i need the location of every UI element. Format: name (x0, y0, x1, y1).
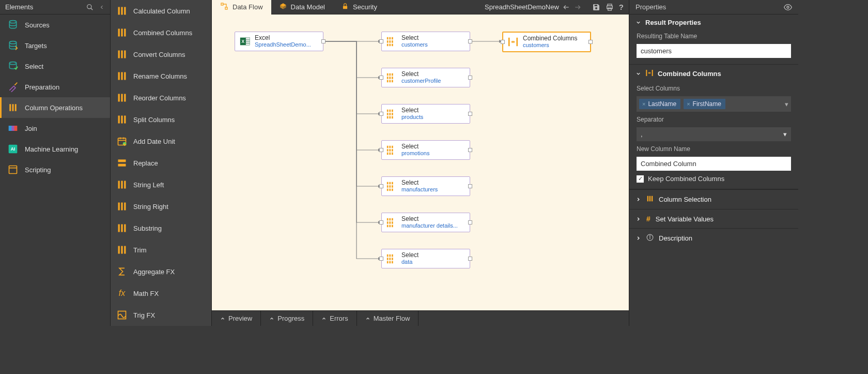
operation-rename-columns[interactable]: Rename Columns (111, 65, 211, 87)
output-port[interactable] (321, 39, 326, 43)
category-join[interactable]: Join (0, 118, 110, 139)
node-combined-columns[interactable]: Combined Columns customers (502, 32, 591, 52)
category-column-operations[interactable]: Column Operations (0, 97, 110, 118)
bottom-tab-preview[interactable]: Preview (212, 311, 261, 326)
save-icon[interactable] (592, 3, 600, 11)
input-port[interactable] (379, 39, 383, 43)
input-port[interactable] (379, 76, 383, 80)
category-select[interactable]: Select (0, 56, 110, 77)
svg-line-1 (91, 8, 93, 10)
op-label: String Right (133, 203, 168, 211)
category-preparation[interactable]: Preparation (0, 77, 110, 97)
keep-columns-checkbox[interactable]: ✓ (637, 175, 644, 183)
operation-convert-columns[interactable]: Convert Columns (111, 43, 211, 65)
node-select-promotions[interactable]: Selectpromotions (381, 140, 470, 160)
svg-rect-140 (516, 38, 518, 47)
category-sources[interactable]: Sources (0, 14, 110, 35)
properties-panel: Properties Result Properties Resulting T… (629, 0, 798, 326)
operation-trig-fx[interactable]: Trig FX (111, 304, 211, 326)
section-set-variable-values[interactable]: # Set Variable Values (629, 209, 798, 228)
separator-select[interactable]: , ▾ (637, 127, 791, 141)
bottom-tab-master-flow[interactable]: Master Flow (357, 311, 419, 326)
remove-tag-icon[interactable]: × (642, 101, 645, 107)
remove-tag-icon[interactable]: × (687, 101, 690, 107)
operation-string-left[interactable]: String Left (111, 174, 211, 196)
svg-rect-145 (649, 196, 650, 202)
search-icon[interactable] (86, 4, 94, 11)
input-port[interactable] (379, 148, 383, 152)
operation-substring[interactable]: Substring (111, 217, 211, 239)
section-column-selection[interactable]: Column Selection (629, 189, 798, 209)
section-description[interactable]: Description (629, 228, 798, 248)
flow-canvas[interactable]: X Excel SpreadhSheetDemo... Selectcustom… (212, 14, 629, 310)
output-port[interactable] (588, 40, 593, 44)
output-port[interactable] (468, 220, 472, 225)
output-port[interactable] (468, 257, 472, 261)
input-port[interactable] (379, 112, 383, 116)
node-select-data[interactable]: Selectdata (381, 249, 470, 268)
bottom-tab-progress[interactable]: Progress (261, 311, 313, 326)
operation-combined-columns[interactable]: Combined Columns (111, 22, 211, 43)
output-port[interactable] (468, 184, 472, 188)
dropdown-caret-icon[interactable]: ▾ (785, 100, 788, 108)
section-result-properties[interactable]: Result Properties (629, 14, 798, 31)
new-column-input[interactable] (637, 157, 791, 171)
tab-label: Data Flow (233, 3, 263, 11)
node-select-manufacturers[interactable]: Selectmanufacturers (381, 176, 470, 196)
category-label: Column Operations (25, 104, 83, 112)
input-port[interactable] (501, 40, 505, 44)
svg-rect-95 (389, 110, 391, 112)
operation-trim[interactable]: Trim (111, 239, 211, 261)
bottom-tab-errors[interactable]: Errors (313, 311, 357, 326)
nav-forward-icon[interactable] (574, 4, 582, 11)
tab-security[interactable]: Security (333, 0, 385, 14)
output-port[interactable] (468, 39, 472, 43)
operation-calculated-column[interactable]: Calculated Column (111, 0, 211, 22)
operation-add-date-unit[interactable]: +Add Date Unit (111, 130, 211, 152)
node-select-customers[interactable]: Selectcustomers (381, 32, 470, 51)
svg-rect-76 (387, 37, 389, 40)
category-scripting[interactable]: Scripting (0, 159, 110, 180)
svg-rect-109 (387, 152, 389, 155)
output-port[interactable] (468, 76, 472, 80)
eye-icon[interactable] (784, 3, 792, 11)
tab-data-flow[interactable]: Data Flow (212, 0, 271, 14)
op-icon (116, 5, 128, 17)
operation-string-right[interactable]: String Right (111, 196, 211, 217)
input-port[interactable] (379, 257, 383, 261)
chevron-down-icon (636, 71, 641, 77)
input-port[interactable] (379, 184, 383, 188)
operation-replace[interactable]: Replace (111, 152, 211, 174)
help-icon[interactable]: ? (619, 3, 624, 11)
op-label: String Left (133, 181, 164, 189)
node-select-customerprofile[interactable]: SelectcustomerProfile (381, 68, 470, 87)
operation-reorder-columns[interactable]: Reorder Columns (111, 87, 211, 109)
input-port[interactable] (379, 220, 383, 225)
op-icon (116, 265, 128, 278)
output-port[interactable] (468, 112, 472, 116)
svg-rect-105 (392, 146, 393, 148)
node-select-manufacturerdetails[interactable]: Selectmanufacturer details... (381, 213, 470, 232)
category-targets[interactable]: Targets (0, 35, 110, 56)
section-combined-columns[interactable]: Combined Columns (629, 65, 798, 83)
collapse-left-icon[interactable] (99, 4, 105, 10)
nav-back-icon[interactable] (562, 4, 570, 11)
select-columns-input[interactable]: ×LastName ×FirstName ▾ (637, 96, 791, 112)
operation-split-columns[interactable]: Split Columns (111, 109, 211, 130)
sources-icon (7, 19, 19, 31)
print-icon[interactable] (606, 3, 614, 11)
category-machine-learning[interactable]: AIMachine Learning (0, 139, 110, 159)
node-excel[interactable]: X Excel SpreadhSheetDemo... (235, 32, 323, 51)
operation-math-fx[interactable]: fxMath FX (111, 282, 211, 304)
node-select-products[interactable]: Selectproducts (381, 104, 470, 124)
tab-data-model[interactable]: Data Model (271, 0, 333, 14)
tag-lastname[interactable]: ×LastName (639, 99, 680, 109)
svg-rect-119 (389, 188, 391, 191)
svg-rect-13 (9, 166, 17, 174)
tag-firstname[interactable]: ×FirstName (684, 99, 725, 109)
operation-aggregate-fx[interactable]: Aggregate FX (111, 261, 211, 282)
output-port[interactable] (468, 148, 472, 152)
resulting-table-input[interactable] (637, 44, 791, 58)
svg-rect-50 (118, 246, 120, 254)
node-title: Select (401, 70, 441, 78)
